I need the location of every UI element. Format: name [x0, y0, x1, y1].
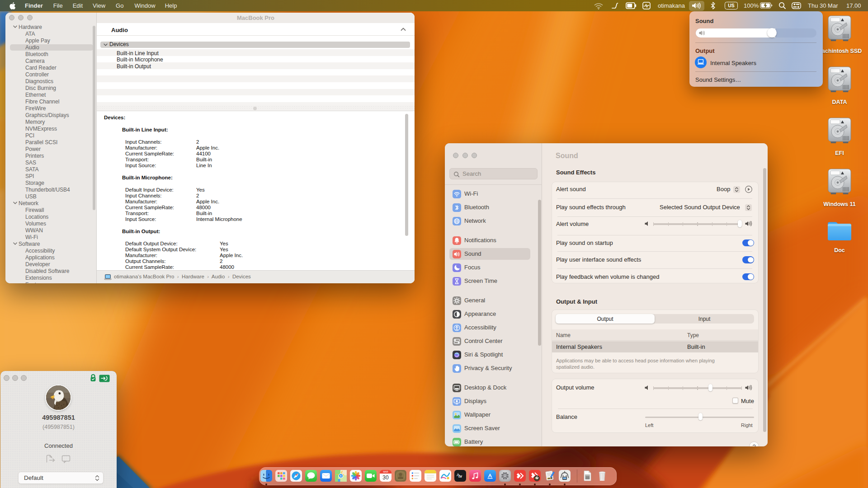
svg-text:30: 30 — [382, 474, 389, 481]
svg-text:MAR: MAR — [383, 470, 388, 473]
